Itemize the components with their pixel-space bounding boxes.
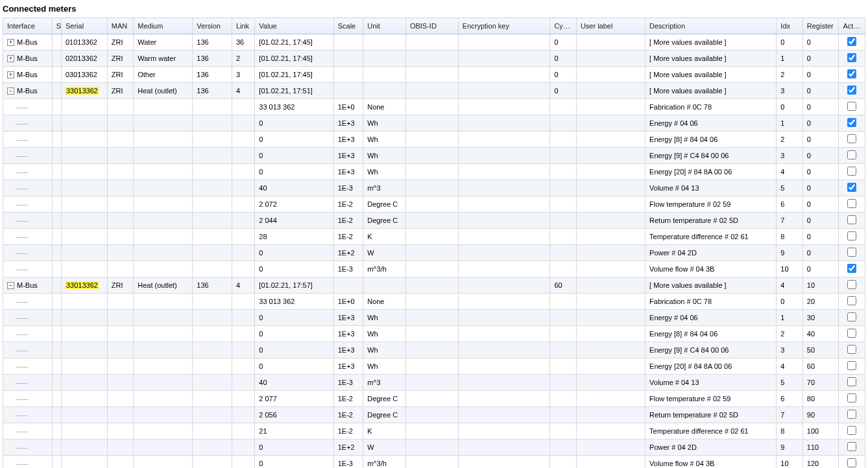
active-checkbox[interactable] bbox=[847, 53, 856, 62]
table-row[interactable]: 2 0721E-2Degree CFlow temperature # 02 5… bbox=[3, 196, 865, 213]
table-row[interactable]: 01E+3WhEnergy # 04 0610 bbox=[3, 115, 865, 132]
col-header[interactable]: Unit bbox=[363, 18, 406, 34]
col-header[interactable]: Serial bbox=[62, 18, 108, 34]
cell bbox=[550, 423, 576, 439]
active-checkbox[interactable] bbox=[847, 361, 856, 370]
col-header[interactable]: Link bbox=[232, 18, 254, 34]
expand-icon[interactable] bbox=[7, 39, 14, 46]
table-row[interactable]: 01E+3WhEnergy [8] # 84 04 0620 bbox=[3, 132, 865, 148]
col-header[interactable]: Value bbox=[255, 18, 333, 34]
expand-icon[interactable] bbox=[7, 71, 14, 78]
active-checkbox[interactable] bbox=[847, 426, 856, 435]
active-checkbox[interactable] bbox=[847, 134, 856, 143]
active-checkbox[interactable] bbox=[847, 410, 856, 419]
active-checkbox[interactable] bbox=[847, 102, 856, 111]
active-checkbox[interactable] bbox=[847, 377, 856, 386]
cell bbox=[458, 277, 550, 294]
col-header[interactable]: Cycle bbox=[550, 18, 576, 34]
table-row[interactable]: 401E-3m^3Volume # 04 13570 bbox=[3, 375, 865, 391]
cell: 0 bbox=[255, 439, 333, 456]
active-checkbox[interactable] bbox=[847, 86, 856, 95]
table-row[interactable]: 01E+3WhEnergy [9] # C4 84 00 0630 bbox=[3, 148, 865, 164]
cell bbox=[232, 261, 254, 277]
cell bbox=[52, 375, 61, 391]
active-checkbox[interactable] bbox=[847, 37, 856, 46]
child-indent-icon bbox=[16, 270, 28, 270]
col-header[interactable]: Register bbox=[802, 18, 839, 34]
col-header[interactable]: Active bbox=[839, 18, 865, 34]
col-header[interactable]: Medium bbox=[134, 18, 193, 34]
col-header[interactable]: MAN bbox=[107, 18, 133, 34]
cell: Power # 04 2D bbox=[645, 245, 777, 261]
active-checkbox[interactable] bbox=[847, 296, 856, 305]
cell-active bbox=[839, 67, 865, 83]
cell bbox=[193, 229, 232, 245]
active-checkbox[interactable] bbox=[847, 442, 856, 451]
active-checkbox[interactable] bbox=[847, 280, 856, 289]
active-checkbox[interactable] bbox=[847, 312, 856, 322]
active-checkbox[interactable] bbox=[847, 248, 856, 257]
table-row[interactable]: M-Bus03013362ZRIOther1363[01.02.21, 17:4… bbox=[3, 67, 865, 83]
table-row[interactable]: 33 013 3621E+0NoneFabrication # 0C 7800 bbox=[3, 99, 865, 115]
cell-interface bbox=[3, 294, 53, 310]
active-checkbox[interactable] bbox=[847, 458, 856, 467]
cell: Wh bbox=[363, 310, 406, 326]
active-checkbox[interactable] bbox=[847, 231, 856, 240]
cell bbox=[52, 407, 61, 423]
active-checkbox[interactable] bbox=[847, 69, 856, 78]
table-row[interactable]: M-Bus33013362ZRIHeat (outlet)1364[01.02.… bbox=[3, 83, 865, 99]
col-header[interactable]: Idx bbox=[777, 18, 802, 34]
col-header[interactable]: Interface bbox=[3, 18, 53, 34]
cell: 1E-2 bbox=[333, 407, 363, 423]
cell bbox=[405, 310, 458, 326]
active-checkbox[interactable] bbox=[847, 118, 856, 127]
col-header[interactable]: Description bbox=[645, 18, 777, 34]
col-header[interactable]: Scale bbox=[333, 18, 363, 34]
table-row[interactable]: 01E+2WPower # 04 2D9110 bbox=[3, 439, 865, 456]
table-row[interactable]: 01E-3m^3/hVolume flow # 04 3B100 bbox=[3, 261, 865, 277]
cell: Power # 04 2D bbox=[645, 439, 777, 456]
col-header[interactable]: S bbox=[52, 18, 61, 34]
active-checkbox[interactable] bbox=[847, 215, 856, 224]
cell: Water bbox=[134, 34, 193, 51]
table-row[interactable]: 2 0771E-2Degree CFlow temperature # 02 5… bbox=[3, 391, 865, 407]
table-row[interactable]: 01E+3WhEnergy [20] # 84 8A 00 06460 bbox=[3, 358, 865, 375]
col-header[interactable]: User label bbox=[576, 18, 645, 34]
table-row[interactable]: 281E-2KTemperature difference # 02 6180 bbox=[3, 229, 865, 245]
active-checkbox[interactable] bbox=[847, 329, 856, 338]
active-checkbox[interactable] bbox=[847, 199, 856, 208]
table-row[interactable]: 401E-3m^3Volume # 04 1350 bbox=[3, 180, 865, 196]
cell bbox=[458, 83, 550, 99]
collapse-icon[interactable] bbox=[7, 282, 14, 289]
table-row[interactable]: 01E+3WhEnergy # 04 06130 bbox=[3, 310, 865, 326]
collapse-icon[interactable] bbox=[7, 88, 14, 95]
table-row[interactable]: M-Bus33013362ZRIHeat (outlet)1364[01.02.… bbox=[3, 277, 865, 294]
table-row[interactable]: 01E+3WhEnergy [9] # C4 84 00 06350 bbox=[3, 342, 865, 358]
table-row[interactable]: 01E+3WhEnergy [20] # 84 8A 00 0640 bbox=[3, 164, 865, 180]
active-checkbox[interactable] bbox=[847, 264, 856, 273]
table-row[interactable]: 2 0561E-2Degree CReturn temperature # 02… bbox=[3, 407, 865, 423]
cell bbox=[193, 456, 232, 469]
active-checkbox[interactable] bbox=[847, 393, 856, 403]
table-row[interactable]: 33 013 3621E+0NoneFabrication # 0C 78020 bbox=[3, 294, 865, 310]
cell bbox=[107, 423, 133, 439]
table-row[interactable]: 211E-2KTemperature difference # 02 61810… bbox=[3, 423, 865, 439]
expand-icon[interactable] bbox=[7, 55, 14, 62]
col-header[interactable]: OBIS-ID bbox=[405, 18, 458, 34]
active-checkbox[interactable] bbox=[847, 167, 856, 176]
table-row[interactable]: 01E-3m^3/hVolume flow # 04 3B10120 bbox=[3, 456, 865, 469]
table-row[interactable]: 01E+2WPower # 04 2D90 bbox=[3, 245, 865, 261]
cell bbox=[458, 115, 550, 132]
table-row[interactable]: 01E+3WhEnergy [8] # 84 04 06240 bbox=[3, 326, 865, 342]
col-header[interactable]: Version bbox=[193, 18, 232, 34]
table-row[interactable]: M-Bus02013362ZRIWarm water1362[01.02.21,… bbox=[3, 51, 865, 67]
active-checkbox[interactable] bbox=[847, 345, 856, 354]
cell: Wh bbox=[363, 132, 406, 148]
table-row[interactable]: M-Bus01013362ZRIWater13636[01.02.21, 17:… bbox=[3, 34, 865, 51]
table-row[interactable]: 2 0441E-2Degree CReturn temperature # 02… bbox=[3, 213, 865, 229]
cell bbox=[576, 326, 645, 342]
active-checkbox[interactable] bbox=[847, 183, 856, 192]
col-header[interactable]: Encryption key bbox=[458, 18, 550, 34]
cell bbox=[52, 213, 61, 229]
active-checkbox[interactable] bbox=[847, 150, 856, 159]
